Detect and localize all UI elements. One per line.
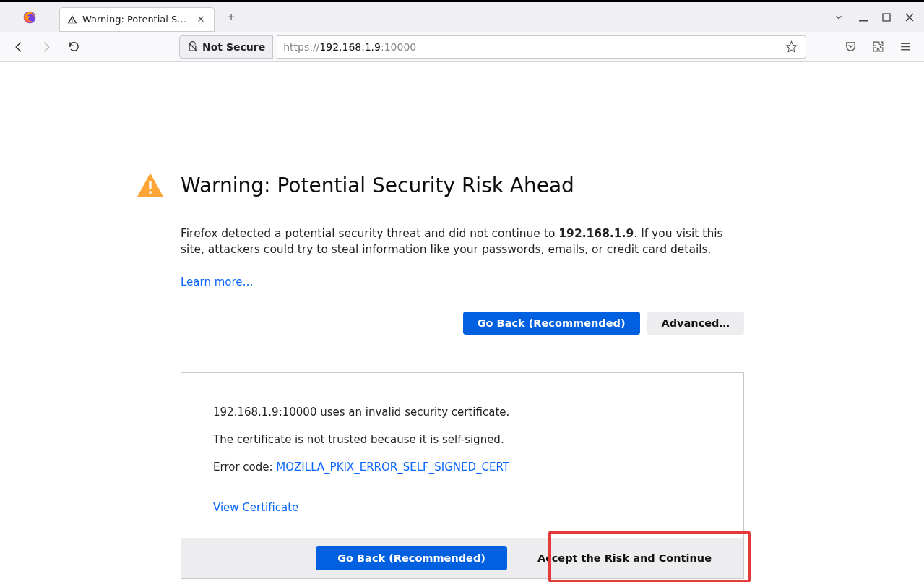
- security-indicator[interactable]: Not Secure: [179, 35, 273, 59]
- advanced-panel: 192.168.1.9:10000 uses an invalid securi…: [181, 372, 744, 579]
- arrow-left-icon: [12, 40, 25, 54]
- error-code-link[interactable]: MOZILLA_PKIX_ERROR_SELF_SIGNED_CERT: [276, 461, 509, 474]
- reload-button[interactable]: [62, 35, 85, 59]
- arrow-right-icon: [40, 40, 53, 54]
- url-text: https://192.168.1.9:10000: [283, 41, 782, 53]
- advanced-line-2: The certificate is not trusted because i…: [213, 431, 712, 448]
- warning-triangle-icon: [67, 14, 77, 25]
- advanced-line-1: 192.168.1.9:10000 uses an invalid securi…: [213, 403, 712, 421]
- titlebar: Warning: Potential Securi ✕ ＋: [0, 0, 924, 32]
- forward-button[interactable]: [35, 35, 58, 59]
- svg-rect-2: [883, 14, 890, 21]
- toolbar: Not Secure https://192.168.1.9:10000: [0, 32, 924, 62]
- page-title: Warning: Potential Security Risk Ahead: [181, 174, 574, 197]
- app-menu-button[interactable]: [894, 35, 917, 59]
- error-code-line: Error code: MOZILLA_PKIX_ERROR_SELF_SIGN…: [213, 458, 712, 476]
- go-back-button-footer[interactable]: Go Back (Recommended): [316, 546, 507, 570]
- close-window-button[interactable]: [898, 6, 921, 29]
- bookmark-button[interactable]: [782, 40, 800, 53]
- reload-icon: [68, 40, 80, 53]
- tab-title: Warning: Potential Securi: [82, 14, 190, 25]
- extensions-button[interactable]: [866, 35, 889, 59]
- advanced-button[interactable]: Advanced…: [647, 312, 744, 335]
- url-bar[interactable]: https://192.168.1.9:10000: [277, 35, 806, 59]
- hamburger-icon: [899, 40, 912, 53]
- tab-list-dropdown[interactable]: [826, 12, 852, 22]
- svg-rect-4: [149, 191, 151, 193]
- page-content: Warning: Potential Security Risk Ahead F…: [0, 62, 924, 579]
- star-icon: [785, 40, 798, 53]
- accept-risk-button[interactable]: Accept the Risk and Continue: [516, 546, 733, 570]
- firefox-logo: [0, 10, 59, 25]
- lock-broken-icon: [187, 41, 198, 52]
- svg-rect-3: [149, 181, 151, 189]
- pocket-icon: [845, 40, 857, 53]
- minimize-button[interactable]: [852, 6, 875, 29]
- go-back-button[interactable]: Go Back (Recommended): [463, 312, 640, 335]
- new-tab-button[interactable]: ＋: [220, 7, 242, 28]
- view-certificate-link[interactable]: View Certificate: [213, 499, 298, 516]
- pocket-button[interactable]: [839, 35, 862, 59]
- tab-close-button[interactable]: ✕: [195, 14, 207, 25]
- learn-more-link[interactable]: Learn more…: [181, 275, 254, 288]
- browser-tab[interactable]: Warning: Potential Securi ✕: [59, 7, 215, 32]
- back-button[interactable]: [7, 35, 30, 59]
- warning-icon: [136, 171, 165, 200]
- svg-rect-1: [859, 20, 868, 22]
- window-controls: [852, 6, 924, 29]
- security-badge-text: Not Secure: [202, 41, 265, 53]
- chevron-down-icon: [834, 12, 844, 22]
- warning-body: Firefox detected a potential security th…: [181, 226, 744, 258]
- puzzle-icon: [872, 40, 884, 53]
- maximize-button[interactable]: [875, 6, 898, 29]
